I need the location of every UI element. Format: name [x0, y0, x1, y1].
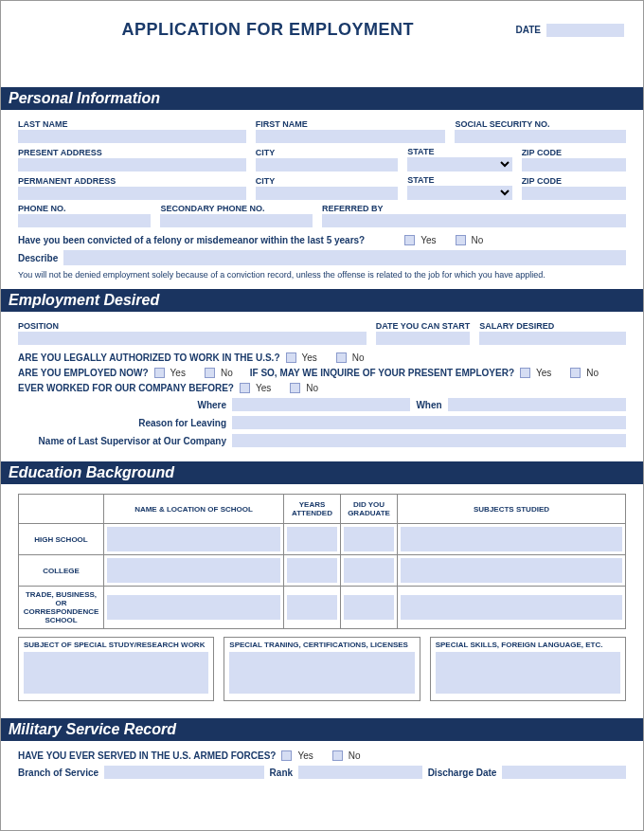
served-no-checkbox[interactable] — [332, 750, 343, 761]
describe-input[interactable] — [63, 250, 626, 265]
where-input[interactable] — [232, 398, 410, 411]
salary-label: SALARY DESIRED — [479, 321, 626, 331]
edu-col-years: YEARS ATTENDED — [284, 495, 341, 524]
date-input[interactable] — [546, 24, 624, 37]
permanent-city-input[interactable] — [256, 187, 398, 200]
authorized-no-label: No — [352, 352, 365, 363]
trade-subjects-input[interactable] — [401, 595, 622, 620]
special-row: SUBJECT OF SPECIAL STUDY/RESEARCH WORK S… — [18, 637, 626, 701]
authorized-yes-checkbox[interactable] — [286, 352, 296, 363]
ever-worked-yes-checkbox[interactable] — [240, 383, 250, 393]
special-skills-box: SPECIAL SKILLS, FOREIGN LANGUAGE, ETC. — [430, 637, 626, 701]
hs-subjects-input[interactable] — [401, 527, 622, 551]
conviction-disclaimer: You will not be denied employment solely… — [18, 270, 626, 280]
salary-input[interactable] — [479, 332, 626, 345]
permanent-zip-input[interactable] — [522, 187, 626, 200]
authorized-no-checkbox[interactable] — [336, 352, 347, 363]
secondary-phone-input[interactable] — [160, 214, 313, 227]
special-study-input[interactable] — [24, 652, 208, 694]
edu-row-trade-label: TRADE, BUSINESS, OR CORRESPONDENCE SCHOO… — [19, 587, 104, 629]
when-input[interactable] — [448, 398, 626, 411]
felony-no-label: No — [472, 235, 484, 245]
employed-no-label: No — [221, 368, 233, 378]
employed-no-checkbox[interactable] — [205, 368, 215, 378]
felony-no-checkbox[interactable] — [456, 235, 466, 245]
section-employment-body: POSITION DATE YOU CAN START SALARY DESIR… — [1, 312, 643, 461]
permanent-address-input[interactable] — [18, 187, 246, 200]
phone-input[interactable] — [18, 214, 151, 227]
date-group: DATE — [516, 24, 624, 37]
special-skills-input[interactable] — [436, 652, 620, 694]
edu-col-graduate: DID YOU GRADUATE — [341, 495, 398, 524]
branch-input[interactable] — [104, 766, 264, 779]
present-state-label: STATE — [407, 147, 511, 156]
served-yes-checkbox[interactable] — [281, 750, 292, 761]
inquire-no-label: No — [586, 368, 599, 378]
edu-header-blank — [19, 495, 104, 524]
permanent-state-select[interactable] — [407, 186, 511, 200]
inquire-no-checkbox[interactable] — [570, 368, 581, 378]
permanent-city-label: CITY — [256, 176, 398, 186]
felony-yes-label: Yes — [420, 235, 436, 245]
college-years-input[interactable] — [287, 558, 337, 583]
employed-yes-checkbox[interactable] — [154, 368, 165, 378]
ever-worked-no-checkbox[interactable] — [290, 383, 300, 393]
referred-by-input[interactable] — [322, 214, 626, 227]
hs-school-input[interactable] — [107, 527, 280, 551]
last-supervisor-input[interactable] — [232, 434, 626, 447]
special-training-label: SPECIAL TRANING, CERTIFICATIONS, LICENSE… — [229, 641, 414, 649]
trade-graduate-input[interactable] — [344, 595, 394, 620]
section-military-body: HAVE YOU EVER SERVED IN THE U.S. ARMED F… — [1, 741, 643, 793]
last-name-label: LAST NAME — [18, 119, 246, 129]
inquire-label: IF SO, MAY WE INQUIRE OF YOUR PRESENT EM… — [250, 368, 514, 378]
rank-label: Rank — [270, 768, 293, 778]
last-name-input[interactable] — [18, 130, 246, 143]
present-address-label: PRESENT ADDRESS — [18, 148, 246, 157]
referred-by-label: REFERRED BY — [322, 204, 626, 213]
first-name-input[interactable] — [256, 130, 446, 143]
ever-worked-yes-label: Yes — [256, 383, 271, 393]
served-no-label: No — [349, 750, 361, 761]
rank-input[interactable] — [298, 766, 422, 779]
trade-school-input[interactable] — [107, 595, 280, 620]
special-skills-label: SPECIAL SKILLS, FOREIGN LANGUAGE, ETC. — [436, 641, 620, 649]
hs-graduate-input[interactable] — [344, 527, 394, 551]
inquire-yes-label: Yes — [536, 368, 551, 378]
present-zip-input[interactable] — [522, 158, 626, 172]
ssn-label: SOCIAL SECURITY NO. — [455, 119, 626, 129]
hs-years-input[interactable] — [287, 527, 337, 551]
special-study-label: SUBJECT OF SPECIAL STUDY/RESEARCH WORK — [24, 641, 208, 649]
present-state-select[interactable] — [407, 157, 511, 172]
permanent-address-label: PERMANENT ADDRESS — [18, 176, 246, 186]
ssn-input[interactable] — [455, 130, 626, 143]
present-address-input[interactable] — [18, 158, 246, 172]
special-training-input[interactable] — [229, 652, 414, 694]
where-label: Where — [18, 400, 226, 410]
ever-worked-no-label: No — [306, 383, 318, 393]
phone-label: PHONE NO. — [18, 204, 151, 213]
discharge-input[interactable] — [502, 766, 626, 779]
present-city-input[interactable] — [256, 158, 398, 172]
edu-col-subjects: SUBJECTS STUDIED — [398, 495, 626, 524]
special-study-box: SUBJECT OF SPECIAL STUDY/RESEARCH WORK — [18, 637, 214, 701]
permanent-zip-label: ZIP CODE — [522, 176, 626, 186]
inquire-yes-checkbox[interactable] — [520, 368, 530, 378]
edu-col-school: NAME & LOCATION OF SCHOOL — [104, 495, 284, 524]
branch-label: Branch of Service — [18, 768, 98, 778]
trade-years-input[interactable] — [287, 595, 337, 620]
college-subjects-input[interactable] — [401, 558, 622, 583]
felony-question: Have you been convicted of a felony or m… — [18, 235, 365, 245]
form-page: APPLICATION FOR EMPLOYMENT DATE Personal… — [0, 0, 644, 831]
authorized-yes-label: Yes — [302, 352, 317, 363]
reason-leaving-input[interactable] — [232, 416, 626, 429]
college-school-input[interactable] — [107, 558, 280, 583]
present-city-label: CITY — [256, 148, 398, 157]
served-question: HAVE YOU EVER SERVED IN THE U.S. ARMED F… — [18, 750, 276, 761]
section-military-header: Military Service Record — [1, 718, 643, 741]
section-personal-header: Personal Information — [1, 87, 643, 110]
position-input[interactable] — [18, 332, 367, 345]
date-start-input[interactable] — [376, 332, 471, 345]
college-graduate-input[interactable] — [344, 558, 394, 583]
felony-yes-checkbox[interactable] — [404, 235, 415, 245]
served-yes-label: Yes — [297, 750, 313, 761]
